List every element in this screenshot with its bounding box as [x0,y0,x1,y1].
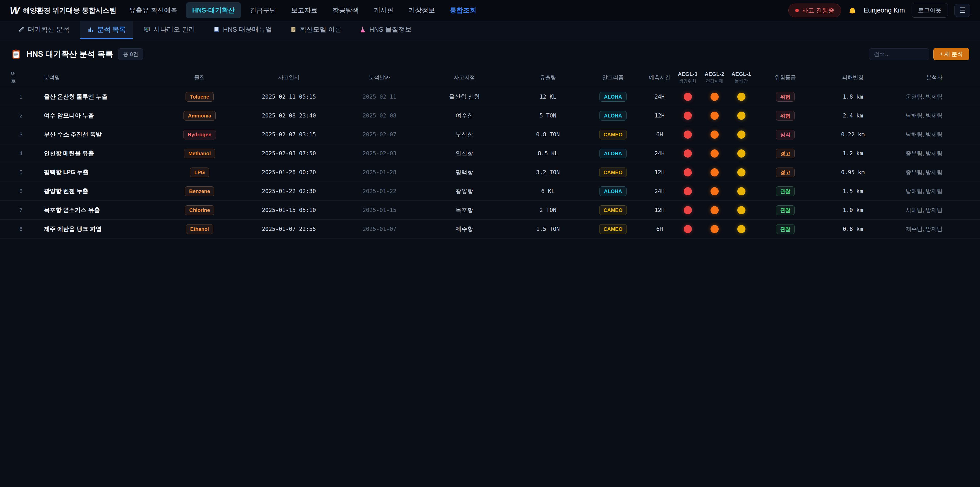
table-row[interactable]: 5 평택항 LPG 누출 LPG 2025-01-28 00:20 2025-0… [0,163,980,182]
total-count-badge: 총 8건 [118,48,143,60]
nav-weather-info[interactable]: 기상정보 [402,2,441,18]
nav-aerial-search[interactable]: 항공탐색 [326,2,365,18]
analysis-date: 2025-01-28 [345,169,414,176]
grade-badge: 관찰 [776,224,795,234]
model-badge: CAMEO [599,224,627,234]
aegl3-indicator [684,112,692,120]
page-head: HNS 대기확산 분석 목록 총 8건 + 새 분석 [0,39,980,67]
incident-datetime: 2025-01-28 00:20 [233,169,345,176]
analysis-name: 부산 수소 추진선 폭발 [44,131,166,139]
user-name: Eunjeong Kim [864,6,905,14]
model-badge: ALOHA [600,148,626,158]
model-badge: ALOHA [600,111,626,121]
col-header-duration: 예측시간 [645,74,674,81]
grade-badge: 경고 [776,168,795,177]
aegl2-indicator [711,225,719,233]
forecast-duration: 6H [645,131,674,138]
tab-label: 시나리오 관리 [153,25,195,34]
incident-location: 여수항 [414,112,515,120]
tab-dispersion-analysis[interactable]: 대기확산 분석 [11,21,76,39]
flask-icon [360,26,366,33]
analysis-name: 광양항 벤젠 누출 [44,187,166,195]
analysis-table: 번호 분석명 물질 사고일시 분석날짜 사고지점 유출량 알고리즘 예측시간 A… [0,67,980,238]
scenario-icon [143,26,150,33]
forecast-duration: 12H [645,112,674,119]
table-row[interactable]: 6 광양항 벤젠 누출 Benzene 2025-01-22 02:30 202… [0,182,980,201]
col-header-aegl1: AEGL-1 불쾌감 [728,70,755,84]
aegl2-indicator [711,131,719,139]
row-number: 4 [11,150,44,157]
table-header: 번호 분석명 물질 사고일시 분석날짜 사고지점 유출량 알고리즘 예측시간 A… [0,67,980,87]
tab-hns-substance-info[interactable]: HNS 물질정보 [352,21,419,39]
tab-label: 분석 목록 [97,25,126,34]
new-analysis-button[interactable]: + 새 분석 [933,48,969,60]
model-badge: CAMEO [599,130,627,139]
tab-analysis-list[interactable]: 분석 목록 [80,21,133,39]
logout-button[interactable]: 로그아웃 [912,3,948,18]
analysis-name: 여수 암모니아 누출 [44,112,166,120]
incident-datetime: 2025-02-08 23:40 [233,112,345,119]
hamburger-menu-button[interactable]: ☰ [955,4,970,17]
tab-label: 확산모델 이론 [300,25,342,34]
nav-oil-spill-prediction[interactable]: 유출유 확산예측 [123,2,183,18]
nav-reports[interactable]: 보고자료 [285,2,324,18]
substance-badge: LPG [190,168,209,177]
nav-emergency-rescue[interactable]: 긴급구난 [243,2,282,18]
incident-location: 평택항 [414,168,515,176]
tab-scenario-management[interactable]: 시나리오 관리 [136,21,202,39]
bell-icon[interactable] [848,6,857,15]
analyst: 운영팀, 방제팀 [890,93,969,101]
incident-datetime: 2025-02-07 03:15 [233,131,345,138]
forecast-duration: 24H [645,150,674,156]
table-row[interactable]: 2 여수 암모니아 누출 Ammonia 2025-02-08 23:40 20… [0,106,980,125]
topbar: W 해양환경 위기대응 통합시스템 유출유 확산예측HNS·대기확산긴급구난보고… [0,0,980,21]
aegl2-indicator [711,206,719,214]
grade-badge: 관찰 [776,187,795,196]
col-header-name: 분석명 [44,74,166,81]
forecast-duration: 24H [645,93,674,100]
table-row[interactable]: 7 목포항 염소가스 유출 Chlorine 2025-01-15 05:10 … [0,201,980,220]
col-header-model: 알고리즘 [581,74,645,81]
analysis-date: 2025-01-15 [345,207,414,213]
analyst: 서해팀, 방제팀 [890,206,969,214]
analyst: 제주팀, 방제팀 [890,225,969,233]
forecast-duration: 6H [645,226,674,232]
aegl1-indicator [737,187,746,195]
spill-amount: 5 TON [515,112,581,119]
topbar-right: 사고 진행중 Eunjeong Kim 로그아웃 ☰ [788,3,970,18]
substance-badge: Ammonia [183,111,215,121]
main-nav: 유출유 확산예측HNS·대기확산긴급구난보고자료항공탐색게시판기상정보통합조회 [123,2,782,18]
search-input[interactable] [869,48,929,60]
analysis-date: 2025-01-22 [345,188,414,194]
logo[interactable]: W 해양환경 위기대응 통합시스템 [10,4,116,17]
aegl3-indicator [684,187,692,195]
tab-label: 대기확산 분석 [28,25,69,34]
nav-integrated-search[interactable]: 통합조회 [444,2,482,18]
table-row[interactable]: 3 부산 수소 추진선 폭발 Hydrogen 2025-02-07 03:15… [0,125,980,144]
tab-hns-manual[interactable]: HNS 대응매뉴얼 [206,21,279,39]
table-row[interactable]: 4 인천항 메탄올 유출 Methanol 2025-02-03 07:50 2… [0,144,980,163]
analysis-date: 2025-02-03 [345,150,414,156]
tab-dispersion-theory[interactable]: 확산모델 이론 [283,21,348,39]
aegl1-indicator [737,131,746,139]
incident-datetime: 2025-02-11 05:15 [233,93,345,100]
col-header-location: 사고지점 [414,74,515,81]
incident-location: 목포항 [414,206,515,214]
aegl3-indicator [684,149,692,158]
col-header-substance: 물질 [166,74,233,81]
col-header-radius: 피해반경 [816,74,890,81]
logo-icon: W [10,4,19,17]
analysis-name: 울산 온산항 톨루엔 누출 [44,93,166,101]
chart-icon [87,26,94,33]
table-row[interactable]: 8 제주 에탄올 탱크 파열 Ethanol 2025-01-07 22:55 … [0,220,980,238]
aegl3-indicator [684,93,692,101]
aegl1-indicator [737,206,746,214]
incident-status-badge[interactable]: 사고 진행중 [788,3,841,18]
clipboard-icon [11,49,21,59]
table-row[interactable]: 1 울산 온산항 톨루엔 누출 Toluene 2025-02-11 05:15… [0,87,980,106]
nav-board[interactable]: 게시판 [368,2,400,18]
nav-hns-dispersion[interactable]: HNS·대기확산 [186,2,241,18]
aegl2-indicator [711,168,719,176]
spill-amount: 1.5 TON [515,226,581,232]
grade-badge: 심각 [776,130,795,139]
